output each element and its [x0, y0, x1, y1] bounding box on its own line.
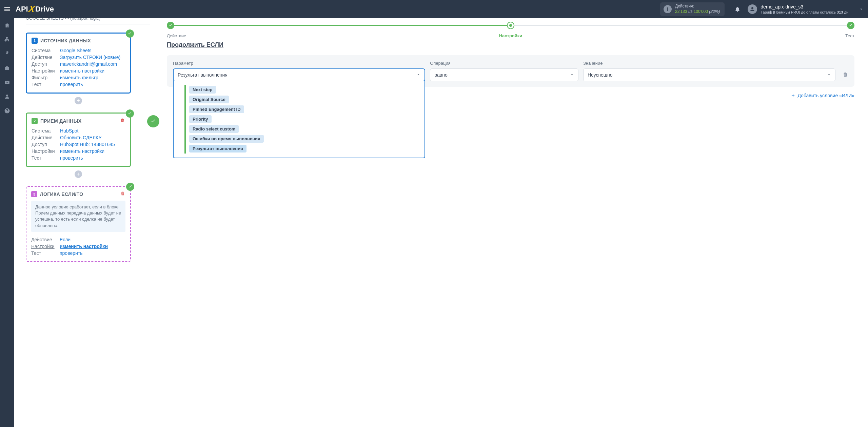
chevron-down-icon[interactable]: [854, 7, 868, 12]
logo[interactable]: APIXDrive: [16, 4, 54, 15]
menu-button[interactable]: [0, 0, 14, 18]
user-name: demo_apix-drive_s3: [761, 4, 848, 10]
actions-values: 22'133 из 100'000 (22%): [675, 9, 720, 15]
notifications-button[interactable]: [731, 6, 744, 12]
actions-label: Действия:: [675, 4, 720, 9]
actions-counter[interactable]: i Действия: 22'133 из 100'000 (22%): [660, 2, 725, 16]
avatar-icon: [748, 4, 757, 14]
tariff-text: Тариф |Премиум PRO| до оплаты осталось 3…: [761, 10, 848, 15]
user-menu[interactable]: demo_apix-drive_s3 Тариф |Премиум PRO| д…: [744, 4, 854, 15]
header: APIXDrive i Действия: 22'133 из 100'000 …: [0, 0, 868, 18]
info-icon: i: [664, 5, 672, 13]
